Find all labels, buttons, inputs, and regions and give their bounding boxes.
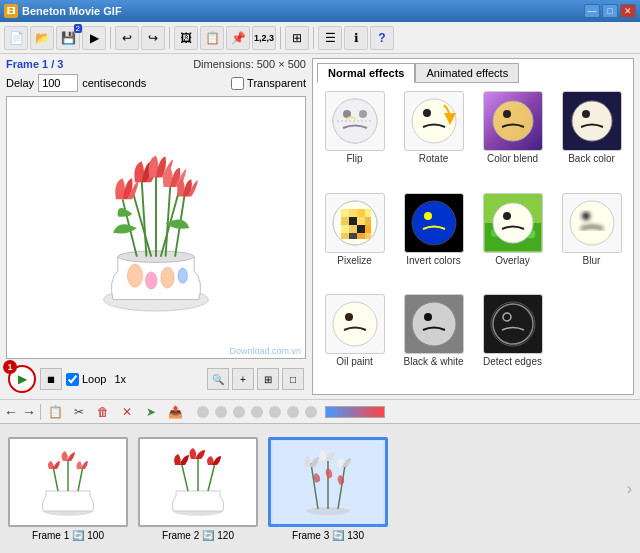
tab-animated-effects[interactable]: Animated effects <box>415 63 519 83</box>
frame-3-name: Frame 3 <box>292 530 329 541</box>
delay-input[interactable] <box>38 74 78 92</box>
effect-backcolor-label: Back color <box>568 153 615 164</box>
effect-oilpaint-label: Oil paint <box>336 356 373 367</box>
effect-colorblend-icon <box>483 91 543 151</box>
toolbar: 📄 📂 💾 2 ▶ ↩ ↪ 🖼 📋 📌 1,2,3 ⊞ ☰ ℹ ? <box>0 22 640 54</box>
zoom-label: 1x <box>114 373 126 385</box>
maximize-button[interactable]: □ <box>602 4 618 18</box>
effect-invert-label: Invert colors <box>406 255 460 266</box>
effect-rotate-icon <box>404 91 464 151</box>
export-gif-button[interactable]: ▶ <box>82 26 106 50</box>
frame-3-delay-icon: 🔄 <box>332 530 344 541</box>
effect-pixelize[interactable]: Pixelize <box>317 191 392 289</box>
effect-backcolor[interactable]: Back color <box>554 89 629 187</box>
loop-checkbox[interactable] <box>66 373 79 386</box>
effect-overlay[interactable]: Overlay <box>475 191 550 289</box>
frame-thumb-label-1: Frame 1 🔄 100 <box>32 530 104 541</box>
frame-2-delay: 120 <box>217 530 234 541</box>
transparent-checkbox[interactable] <box>231 77 244 90</box>
strip-prev-button[interactable]: ← <box>4 404 18 420</box>
paste-button[interactable]: 📌 <box>226 26 250 50</box>
effect-rotate[interactable]: Rotate <box>396 89 471 187</box>
add-frame-button[interactable]: 🖼 <box>174 26 198 50</box>
effect-edges-icon <box>483 294 543 354</box>
watermark: Download.com.vn <box>229 346 301 356</box>
svg-rect-32 <box>357 217 365 225</box>
redo-button[interactable]: ↪ <box>141 26 165 50</box>
svg-point-56 <box>412 302 456 346</box>
svg-point-19 <box>412 99 456 143</box>
info-button[interactable]: ℹ <box>344 26 368 50</box>
top-section: Frame 1 / 3 Dimensions: 500 × 500 Delay … <box>0 54 640 399</box>
close-button[interactable]: ✕ <box>620 4 636 18</box>
svg-rect-33 <box>365 217 371 225</box>
effect-rotate-label: Rotate <box>419 153 448 164</box>
copy-button[interactable]: 📋 <box>200 26 224 50</box>
transparent-label: Transparent <box>247 77 306 89</box>
strip-delete-button[interactable]: 🗑 <box>93 402 113 422</box>
strip-cancel-button[interactable]: ✕ <box>117 402 137 422</box>
effect-invert[interactable]: Invert colors <box>396 191 471 289</box>
effect-colorblend[interactable]: Color blend <box>475 89 550 187</box>
effect-blur[interactable]: Blur <box>554 191 629 289</box>
effect-oilpaint[interactable]: Oil paint <box>317 292 392 390</box>
svg-rect-35 <box>349 225 357 233</box>
strip-dot-6[interactable] <box>287 406 299 418</box>
help-button[interactable]: ? <box>370 26 394 50</box>
list-button[interactable]: ☰ <box>318 26 342 50</box>
strip-cut-button[interactable]: ✂ <box>69 402 89 422</box>
tab-normal-effects[interactable]: Normal effects <box>317 63 415 83</box>
strip-dot-3[interactable] <box>233 406 245 418</box>
stop-button[interactable]: ⏹ <box>40 368 62 390</box>
open-button[interactable]: 📂 <box>30 26 54 50</box>
playback-controls: 1 ▶ ⏹ Loop 1x 🔍 + ⊞ □ <box>6 363 306 395</box>
strip-dot-2[interactable] <box>215 406 227 418</box>
effect-blackwhite[interactable]: Black & white <box>396 292 471 390</box>
frame-thumb-3[interactable]: Frame 3 🔄 130 <box>268 437 388 541</box>
thumb-scroll-right[interactable]: › <box>627 480 632 498</box>
strip-dot-7[interactable] <box>305 406 317 418</box>
counter-button[interactable]: 1,2,3 <box>252 26 276 50</box>
frame-thumb-img-3 <box>268 437 388 527</box>
border-button[interactable]: □ <box>282 368 304 390</box>
strip-move-button[interactable]: ➤ <box>141 402 161 422</box>
svg-rect-37 <box>365 225 371 233</box>
grid-button[interactable]: ⊞ <box>257 368 279 390</box>
effect-blackwhite-icon <box>404 294 464 354</box>
effect-flip-icon <box>325 91 385 151</box>
strip-dot-4[interactable] <box>251 406 263 418</box>
svg-point-20 <box>423 109 431 117</box>
resize-button[interactable]: ⊞ <box>285 26 309 50</box>
zoom-out-button[interactable]: 🔍 <box>207 368 229 390</box>
frame-1-delay-icon: 🔄 <box>72 530 84 541</box>
strip-dot-1[interactable] <box>197 406 209 418</box>
effect-oilpaint-icon <box>325 294 385 354</box>
svg-point-58 <box>491 302 535 346</box>
transparent-checkbox-label[interactable]: Transparent <box>231 77 306 90</box>
delay-label: Delay <box>6 77 34 89</box>
frame-thumb-1[interactable]: Frame 1 🔄 100 <box>8 437 128 541</box>
loop-checkbox-label[interactable]: Loop <box>66 373 106 386</box>
svg-point-21 <box>493 101 533 141</box>
minimize-button[interactable]: — <box>584 4 600 18</box>
effect-edges[interactable]: Detect edges <box>475 292 550 390</box>
strip-export-button[interactable]: 📤 <box>165 402 185 422</box>
strip-next-button[interactable]: → <box>22 404 36 420</box>
undo-button[interactable]: ↩ <box>115 26 139 50</box>
effect-pixelize-label: Pixelize <box>337 255 371 266</box>
new-button[interactable]: 📄 <box>4 26 28 50</box>
sep1 <box>110 27 111 49</box>
effect-overlay-icon <box>483 193 543 253</box>
svg-point-17 <box>333 99 377 143</box>
save-badge: 2 <box>74 24 82 33</box>
effect-flip-label: Flip <box>346 153 362 164</box>
svg-point-55 <box>345 313 353 321</box>
strip-copy-button[interactable]: 📋 <box>45 402 65 422</box>
effect-pixelize-icon <box>325 193 385 253</box>
frame-thumb-2[interactable]: Frame 2 🔄 120 <box>138 437 258 541</box>
svg-rect-34 <box>341 225 349 233</box>
zoom-in-button[interactable]: + <box>232 368 254 390</box>
effect-flip[interactable]: Flip <box>317 89 392 187</box>
strip-dot-5[interactable] <box>269 406 281 418</box>
frame-3-delay: 130 <box>347 530 364 541</box>
